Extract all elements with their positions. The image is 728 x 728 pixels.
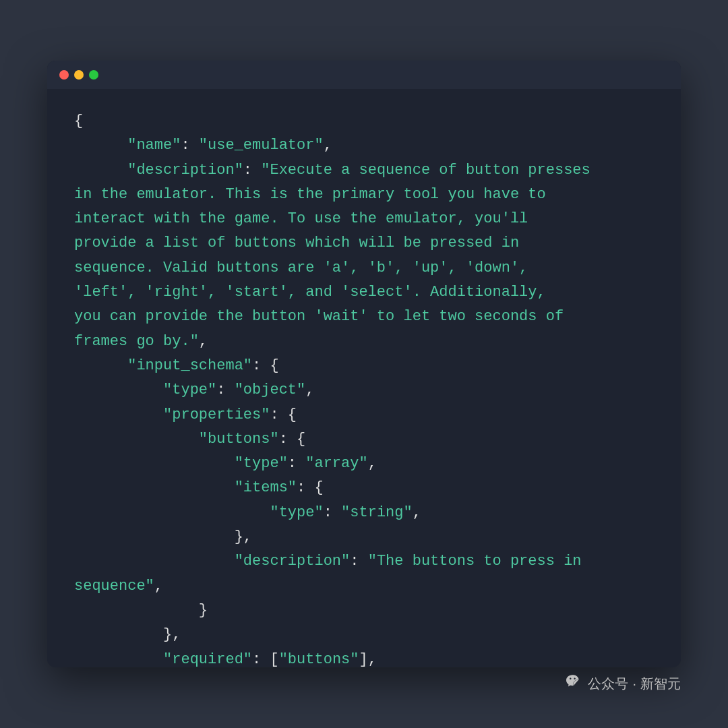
screen-wrapper: { "name": "use_emulator", "description":…: [47, 61, 681, 667]
minimize-button[interactable]: [74, 70, 84, 80]
watermark-name: 新智元: [640, 675, 681, 693]
close-button[interactable]: [59, 70, 69, 80]
code-block: { "name": "use_emulator", "description":…: [47, 89, 681, 667]
wechat-icon: [566, 673, 584, 694]
titlebar: [47, 61, 681, 89]
code-window: { "name": "use_emulator", "description":…: [47, 61, 681, 667]
watermark: 公众号 · 新智元: [566, 673, 681, 694]
maximize-button[interactable]: [89, 70, 98, 80]
watermark-platform: 公众号: [588, 675, 628, 693]
watermark-separator: ·: [632, 676, 636, 692]
